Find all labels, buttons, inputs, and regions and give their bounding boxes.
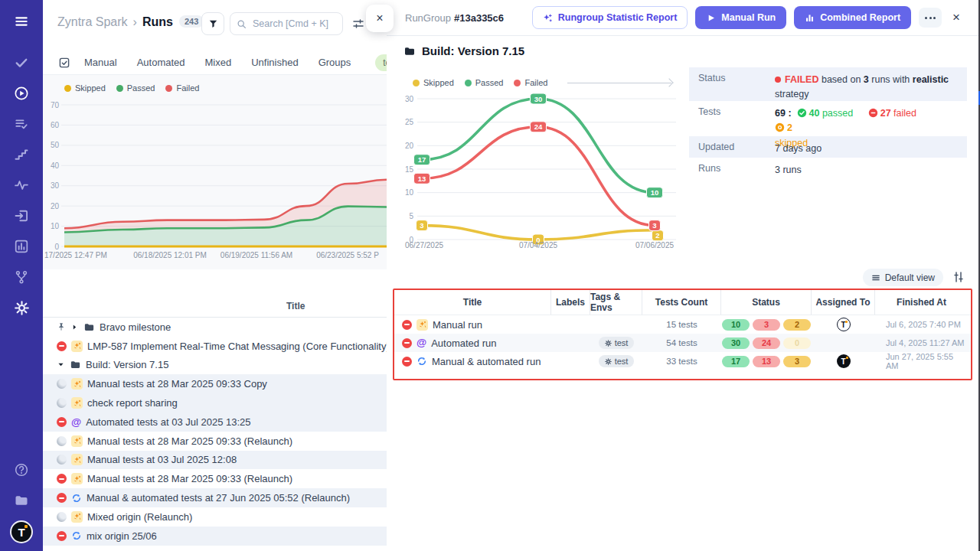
automated-run-icon: @ — [71, 417, 81, 428]
play-small-icon — [706, 13, 716, 23]
sidebar-item-test-plans[interactable] — [0, 109, 43, 139]
svg-text:10: 10 — [51, 222, 60, 230]
legend-item-passed[interactable]: Passed — [116, 83, 155, 93]
run-list-item[interactable]: Manual tests at 28 Mar 2025 09:33 (Relau… — [43, 432, 387, 451]
legend-item-passed[interactable]: Passed — [465, 78, 504, 87]
column-header-status: Status — [721, 290, 812, 315]
run-title: Manual run — [433, 319, 482, 331]
filter-settings-icon[interactable] — [352, 18, 364, 30]
user-avatar[interactable]: T — [11, 522, 31, 542]
table-row[interactable]: @Automated runtest54 tests30240Jul 4, 20… — [394, 334, 971, 352]
tab-mixed[interactable]: Mixed — [205, 57, 232, 68]
mixed-run-icon — [71, 530, 82, 541]
legend-item-failed[interactable]: Failed — [514, 78, 547, 87]
rungroup-line-chart-svg: 0510152025303021324317301006/27/202507/0… — [399, 87, 682, 248]
manual-run-icon — [71, 378, 83, 390]
tab-automated[interactable]: Automated — [137, 57, 185, 68]
run-list-item[interactable]: Build: Version 7.15 — [43, 356, 387, 375]
run-list-item[interactable]: Manual & automated tests at 27 Jun 2025 … — [43, 488, 387, 507]
legend-item-skipped[interactable]: Skipped — [64, 83, 106, 93]
table-settings-icon[interactable] — [952, 271, 965, 283]
sidebar-item-runs[interactable] — [0, 78, 43, 109]
svg-text:20: 20 — [51, 202, 60, 210]
svg-text:25: 25 — [405, 118, 414, 126]
blocked-status-icon — [57, 474, 67, 484]
sidebar-item-analytics[interactable] — [0, 231, 43, 262]
run-list-item[interactable]: Manual tests at 28 Mar 2025 09:33 Copy — [43, 374, 387, 393]
sidebar-item-projects[interactable] — [0, 485, 43, 516]
assignee-cell: T — [812, 352, 875, 370]
failed-pill: 3 — [753, 319, 780, 331]
legend-dot-icon — [165, 85, 172, 92]
run-list-item[interactable]: Mixed origin (Relaunch) — [43, 507, 387, 527]
tab-groups[interactable]: Groups — [318, 57, 351, 68]
tests-label: Tests — [698, 106, 775, 136]
tab-unfinished[interactable]: Unfinished — [251, 57, 298, 68]
finished-at: Jul 4, 2025 11:27 AM — [875, 338, 965, 347]
svg-text:07/04/2025: 07/04/2025 — [519, 241, 557, 248]
select-all-icon[interactable] — [58, 57, 70, 69]
more-actions-button[interactable] — [919, 8, 942, 28]
filter-tag-pill[interactable]: test work — [375, 54, 387, 71]
sidebar-item-settings[interactable] — [0, 292, 43, 323]
skipped-pill: 0 — [783, 337, 811, 349]
tab-manual[interactable]: Manual — [84, 57, 117, 68]
run-list-item[interactable]: Manual tests at 03 Jul 2025 12:08 — [43, 451, 387, 470]
sparkle-glyph-icon — [73, 455, 82, 465]
left-sidebar: T — [0, 0, 43, 551]
milestones-icon — [14, 147, 29, 162]
sidebar-item-milestones[interactable] — [0, 139, 43, 170]
manual-run-button[interactable]: Manual Run — [695, 6, 786, 29]
run-list-item[interactable]: mix origin 25/06 — [43, 527, 387, 546]
run-list-item[interactable]: Bravo milestone — [43, 318, 387, 337]
legend-item-failed[interactable]: Failed — [165, 83, 199, 93]
legend-dot-icon — [413, 80, 420, 86]
table-row[interactable]: Manual & automated runtest33 tests17133T… — [394, 352, 971, 370]
svg-text:3: 3 — [420, 221, 423, 230]
build-title: Build: Version 7.15 — [403, 44, 524, 57]
runs-chart-legend: SkippedPassedFailed — [64, 83, 199, 93]
blocked-status-icon — [57, 531, 67, 541]
runs-list: Bravo milestoneLMP-587 Implement Real-Ti… — [43, 318, 387, 546]
svg-text:06/18/2025 12:01 PM: 06/18/2025 12:01 PM — [133, 251, 207, 259]
svg-text:06/27/2025: 06/27/2025 — [405, 241, 443, 248]
sidebar-item-branches[interactable] — [0, 262, 43, 292]
breadcrumb-page: Runs — [142, 15, 173, 28]
search-input[interactable] — [251, 18, 336, 30]
branches-icon — [14, 269, 29, 285]
manual-run-icon — [71, 435, 83, 447]
sidebar-item-tests[interactable] — [0, 47, 43, 78]
legend-item-skipped[interactable]: Skipped — [413, 78, 454, 87]
passed-pill: 10 — [722, 319, 750, 331]
timeline-arrow-icon — [567, 83, 671, 83]
close-panel-button[interactable]: × — [949, 10, 963, 25]
run-list-item-title: check report sharing — [87, 397, 178, 409]
blocked-status-icon — [402, 338, 412, 348]
passed-pill: 30 — [722, 337, 750, 349]
breadcrumb: Zyntra Spark›Runs243 — [57, 15, 204, 29]
view-menu-icon — [871, 273, 880, 282]
status-label: Status — [698, 73, 775, 101]
assignee-avatar: T — [837, 318, 851, 331]
chevron-down-icon — [57, 360, 65, 369]
runs-value: 3 runs — [775, 163, 959, 179]
breadcrumb-project[interactable]: Zyntra Spark — [57, 15, 128, 28]
rungroup-statistic-report-button[interactable]: Rungroup Statistic Report — [532, 6, 688, 29]
sidebar-item-imports[interactable] — [0, 201, 43, 231]
run-list-item[interactable]: LMP-587 Implement Real-Time Chat Messagi… — [43, 337, 387, 356]
default-view-button[interactable]: Default view — [863, 269, 943, 286]
sidebar-item-help[interactable] — [0, 455, 43, 485]
table-row[interactable]: Manual run15 tests1032TJul 6, 2025 7:40 … — [394, 315, 971, 334]
sidebar-item-menu[interactable] — [0, 0, 43, 43]
drawer-close-button[interactable]: × — [366, 5, 394, 32]
combined-report-button[interactable]: Combined Report — [794, 6, 911, 29]
rungroup-chart-legend: SkippedPassedFailed — [413, 78, 678, 87]
svg-text:60: 60 — [51, 121, 60, 129]
pin-icon — [57, 322, 66, 331]
run-list-item[interactable]: Manual tests at 28 Mar 2025 09:33 (Relau… — [43, 469, 387, 488]
sidebar-item-activity[interactable] — [0, 170, 43, 201]
filter-button[interactable] — [201, 12, 224, 35]
run-list-item[interactable]: @Automated tests at 03 Jul 2025 13:25 — [43, 412, 387, 432]
run-list-item[interactable]: check report sharing — [43, 393, 387, 412]
test-plans-icon — [14, 116, 29, 132]
